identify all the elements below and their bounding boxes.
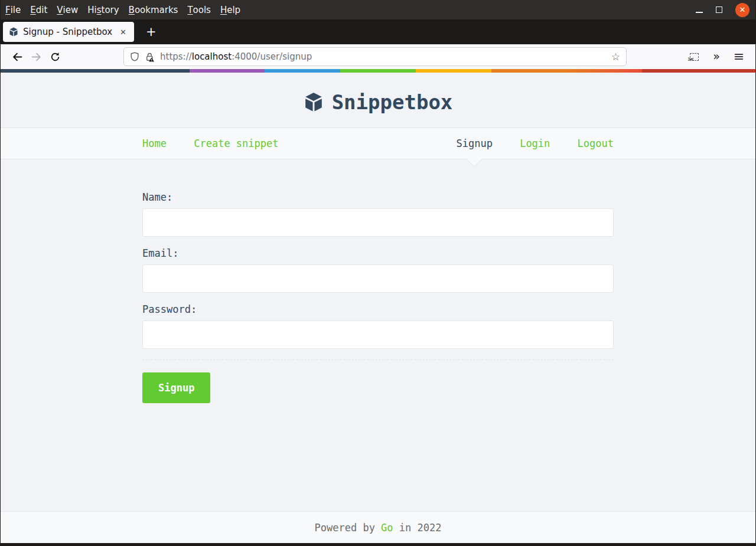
maximize-button[interactable] [716, 5, 722, 15]
nav-right: Signup Login Logout [435, 136, 614, 151]
snippetbox-favicon [9, 27, 18, 37]
password-input[interactable] [142, 321, 614, 349]
minimize-icon [696, 12, 703, 13]
url-path: :4000/user/signup [232, 51, 312, 62]
site-header: Snippetbox [1, 73, 755, 127]
window-controls: ✕ [696, 3, 755, 17]
name-field-row: Name: [142, 191, 614, 237]
lock-warning-icon[interactable] [145, 52, 155, 62]
forward-icon [31, 52, 41, 62]
footer-prefix: Powered by [315, 522, 382, 534]
tab-bar: Signup - Snippetbox ✕ + [1, 19, 755, 44]
password-label: Password: [142, 303, 614, 315]
menu-bar: File Edit View History Bookmarks Tools H… [1, 0, 755, 19]
window-bottom-frame [1, 543, 755, 546]
name-input[interactable] [142, 208, 614, 237]
new-tab-button[interactable]: + [141, 25, 161, 39]
back-icon [12, 52, 22, 62]
scissors-icon: ✂ [688, 55, 695, 64]
toolbar-right: ✂ » ≡ [685, 47, 748, 66]
browser-window: File Edit View History Bookmarks Tools H… [0, 0, 756, 546]
navigation-toolbar: https://localhost:4000/user/signup ☆ ✂ »… [1, 44, 755, 69]
url-bar[interactable]: https://localhost:4000/user/signup ☆ [123, 47, 627, 66]
menu-help[interactable]: Help [216, 0, 245, 19]
email-field-row: Email: [142, 247, 614, 293]
app-menu-button[interactable]: ≡ [729, 47, 748, 66]
brand-link[interactable]: Snippetbox [304, 90, 453, 114]
overflow-chevron-icon: » [713, 51, 720, 63]
screenshot-icon: ✂ [690, 53, 699, 61]
menu-edit[interactable]: Edit [25, 0, 52, 19]
submit-row: Signup [142, 359, 614, 403]
hamburger-menu-icon: ≡ [734, 50, 744, 63]
name-label: Name: [142, 191, 614, 203]
forward-button[interactable] [27, 47, 45, 66]
menu-view[interactable]: View [52, 0, 83, 19]
menu-bookmarks[interactable]: Bookmarks [124, 0, 183, 19]
menu-tools[interactable]: Tools [183, 0, 216, 19]
tab-title: Signup - Snippetbox [23, 27, 117, 37]
close-icon: ✕ [739, 5, 746, 14]
page-title: Snippetbox [332, 90, 453, 114]
tab-signup-snippetbox[interactable]: Signup - Snippetbox ✕ [3, 22, 134, 42]
site-footer: Powered by Go in 2022 [1, 511, 755, 543]
overflow-menu-button[interactable]: » [707, 47, 726, 66]
nav-link-signup-label: Signup [456, 138, 492, 149]
maximize-icon [716, 6, 722, 13]
footer-text: Powered by Go in 2022 [315, 522, 442, 534]
minimize-button[interactable] [696, 5, 703, 15]
url-scheme: https:// [160, 51, 192, 62]
footer-go-link[interactable]: Go [381, 522, 393, 534]
footer-suffix: in 2022 [393, 522, 442, 534]
close-button[interactable]: ✕ [735, 3, 750, 17]
screenshot-extension-button[interactable]: ✂ [685, 47, 703, 66]
shield-icon[interactable] [130, 52, 139, 61]
menu-file[interactable]: File [1, 0, 25, 19]
tab-close-icon[interactable]: ✕ [117, 27, 129, 38]
reload-button[interactable] [45, 47, 64, 66]
signup-submit-button[interactable]: Signup [142, 372, 210, 403]
email-input[interactable] [142, 264, 614, 293]
back-button[interactable] [8, 47, 27, 66]
url-domain: localhost [192, 51, 232, 62]
site-nav: Home Create snippet Signup Login Logout [1, 127, 755, 159]
nav-link-create-snippet[interactable]: Create snippet [194, 138, 278, 149]
reload-icon [50, 52, 60, 62]
bookmark-star-icon[interactable]: ☆ [611, 52, 620, 62]
url-text: https://localhost:4000/user/signup [160, 51, 606, 62]
menu-history[interactable]: History [83, 0, 123, 19]
page-viewport: Snippetbox Home Create snippet Signup Lo… [1, 69, 755, 543]
signup-form: Name: Email: Password: Signup [142, 191, 614, 403]
nav-left: Home Create snippet [142, 136, 300, 151]
nav-link-signup[interactable]: Signup [456, 136, 492, 151]
signup-form-area: Name: Email: Password: Signup [1, 159, 755, 511]
nav-link-home[interactable]: Home [142, 138, 167, 149]
snippetbox-logo-icon [304, 92, 324, 112]
nav-link-login[interactable]: Login [520, 138, 550, 149]
password-field-row: Password: [142, 303, 614, 349]
email-label: Email: [142, 247, 614, 259]
nav-link-logout[interactable]: Logout [578, 138, 614, 149]
